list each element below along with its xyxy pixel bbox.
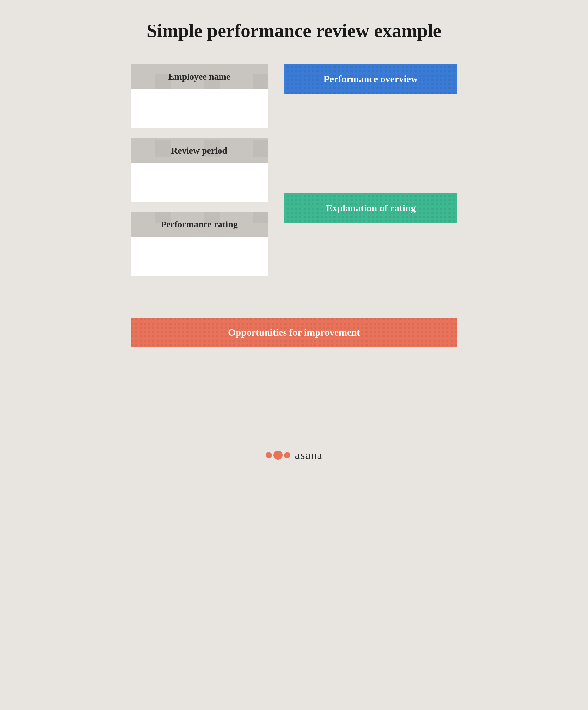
employee-name-block: Employee name: [131, 64, 268, 128]
page-title: Simple performance review example: [147, 20, 442, 42]
line-4: [284, 151, 457, 169]
explanation-of-rating-header: Explanation of rating: [284, 193, 457, 223]
performance-rating-block: Performance rating: [131, 212, 268, 276]
line-3: [284, 133, 457, 151]
main-content: Employee name Review period Performance …: [131, 64, 457, 422]
explanation-header-wrapper: Explanation of rating: [284, 193, 457, 223]
asana-brand-text: asana: [295, 448, 323, 462]
employee-name-label: Employee name: [131, 64, 268, 89]
line-1: [284, 97, 457, 115]
review-period-label: Review period: [131, 138, 268, 163]
bottom-section: Opportunities for improvement: [131, 317, 457, 422]
line-6: [284, 226, 457, 244]
right-column: Performance overview Explanation of rati…: [284, 64, 457, 298]
left-column: Employee name Review period Performance …: [131, 64, 268, 298]
opportunities-lines: [131, 350, 457, 422]
line-2: [284, 115, 457, 133]
line-8: [284, 262, 457, 280]
top-section: Employee name Review period Performance …: [131, 64, 457, 298]
explanation-lines: [284, 226, 457, 298]
performance-overview-lines: [284, 97, 457, 187]
asana-footer: asana: [266, 448, 323, 462]
performance-overview-header: Performance overview: [284, 64, 457, 94]
review-period-block: Review period: [131, 138, 268, 202]
asana-logo-icon: [266, 451, 290, 460]
opportunities-header: Opportunities for improvement: [131, 317, 457, 347]
line-12: [131, 386, 457, 404]
line-7: [284, 244, 457, 262]
performance-rating-label: Performance rating: [131, 212, 268, 237]
line-13: [131, 404, 457, 422]
asana-circle-right: [284, 452, 290, 458]
line-5: [284, 169, 457, 187]
performance-rating-input[interactable]: [131, 237, 268, 276]
line-11: [131, 368, 457, 386]
line-10: [131, 350, 457, 368]
asana-circle-center: [273, 451, 283, 460]
line-9: [284, 280, 457, 298]
asana-circle-left: [266, 452, 272, 458]
employee-name-input[interactable]: [131, 89, 268, 128]
review-period-input[interactable]: [131, 163, 268, 202]
